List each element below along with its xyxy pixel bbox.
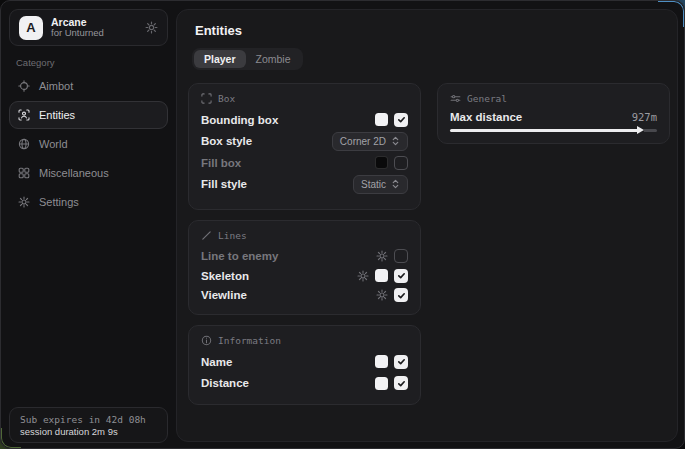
brand-subtitle: for Unturned <box>51 28 137 39</box>
sidebar-nav: Aimbot Entities <box>9 72 168 216</box>
box-style-select[interactable]: Corner 2D <box>332 132 408 151</box>
subscription-card: Sub expires in 42d 08h session duration … <box>9 407 168 443</box>
max-distance-row: Max distance 927m <box>450 109 657 124</box>
sidebar-item-aimbot[interactable]: Aimbot <box>9 72 168 100</box>
max-distance-slider-fill <box>450 129 638 132</box>
sidebar-item-world[interactable]: World <box>9 130 168 158</box>
general-card: General Max distance 927m <box>437 83 670 144</box>
main-panel: Entities Player Zombie Box Bounding box <box>176 9 678 442</box>
page-title: Entities <box>195 23 242 38</box>
arcane-logo: A <box>19 16 43 40</box>
distance-color-swatch[interactable] <box>375 377 388 390</box>
sidebar-item-label: Settings <box>39 196 79 208</box>
lines-card-title: Lines <box>218 230 247 241</box>
line-to-enemy-row: Line to enemy <box>201 246 408 266</box>
max-distance-slider-track <box>644 129 657 132</box>
tab-player[interactable]: Player <box>194 50 246 68</box>
app-window: A Arcane for Unturned Category <box>0 0 685 449</box>
name-label: Name <box>201 356 375 368</box>
gear-icon[interactable] <box>145 21 158 34</box>
info-icon <box>201 335 212 346</box>
lines-card: Lines Line to enemy Skeleton <box>188 220 421 315</box>
bounding-box-label: Bounding box <box>201 114 375 126</box>
fill-box-label: Fill box <box>201 157 375 169</box>
person-scan-icon <box>18 109 30 121</box>
gear-icon <box>18 196 30 208</box>
gear-icon[interactable] <box>357 270 369 282</box>
fill-box-color-swatch[interactable] <box>375 156 388 169</box>
general-card-header: General <box>450 93 657 104</box>
line-to-enemy-label: Line to enemy <box>201 250 376 262</box>
max-distance-label: Max distance <box>450 111 632 123</box>
brand-card: A Arcane for Unturned <box>9 9 168 46</box>
sidebar-item-label: Entities <box>39 109 75 121</box>
information-card-title: Information <box>218 335 281 346</box>
bounding-box-checkbox[interactable] <box>394 113 408 127</box>
name-color-swatch[interactable] <box>375 355 388 368</box>
distance-row: Distance <box>201 373 408 395</box>
skeleton-label: Skeleton <box>201 270 357 282</box>
general-card-title: General <box>467 93 507 104</box>
fill-style-select[interactable]: Static <box>353 175 408 194</box>
entity-tabs: Player Zombie <box>192 48 303 70</box>
viewline-row: Viewline <box>201 285 408 305</box>
box-style-label: Box style <box>201 135 332 147</box>
box-corners-icon <box>201 93 212 104</box>
fill-box-checkbox[interactable] <box>394 156 408 170</box>
diagonal-line-icon <box>201 230 212 241</box>
information-card-header: Information <box>201 335 408 346</box>
chevron-up-down-icon <box>391 136 400 146</box>
fill-style-row: Fill style Static <box>201 174 408 196</box>
sidebar-item-settings[interactable]: Settings <box>9 188 168 216</box>
sub-expires-text: Sub expires in 42d 08h <box>20 414 157 425</box>
fill-box-row: Fill box <box>201 152 408 174</box>
name-row: Name <box>201 351 408 373</box>
skeleton-checkbox[interactable] <box>394 269 408 283</box>
gear-icon[interactable] <box>376 250 388 262</box>
max-distance-slider-thumb[interactable] <box>637 126 644 134</box>
fill-style-label: Fill style <box>201 178 353 190</box>
distance-checkbox[interactable] <box>394 376 408 390</box>
grid-icon <box>18 167 30 179</box>
box-card: Box Bounding box Box style Corner 2D <box>188 83 421 210</box>
bounding-box-color-swatch[interactable] <box>375 113 388 126</box>
max-distance-slider[interactable] <box>450 126 657 134</box>
sidebar-item-label: World <box>39 138 68 150</box>
fill-style-value: Static <box>361 179 386 190</box>
viewline-checkbox[interactable] <box>394 288 408 302</box>
box-style-value: Corner 2D <box>340 136 386 147</box>
sliders-icon <box>450 93 461 104</box>
category-label: Category <box>16 57 55 68</box>
gear-icon[interactable] <box>376 289 388 301</box>
bounding-box-row: Bounding box <box>201 109 408 131</box>
lines-card-header: Lines <box>201 230 408 241</box>
sidebar-item-label: Aimbot <box>39 80 73 92</box>
brand-text: Arcane for Unturned <box>51 16 137 39</box>
chevron-up-down-icon <box>391 179 400 189</box>
name-checkbox[interactable] <box>394 355 408 369</box>
information-card: Information Name Distance <box>188 325 421 405</box>
box-card-title: Box <box>218 93 235 104</box>
sidebar-item-label: Miscellaneous <box>39 167 109 179</box>
sidebar: A Arcane for Unturned Category <box>1 1 176 448</box>
session-duration-text: session duration 2m 9s <box>20 426 157 437</box>
box-card-header: Box <box>201 93 408 104</box>
viewline-label: Viewline <box>201 289 376 301</box>
globe-icon <box>18 138 30 150</box>
sidebar-item-miscellaneous[interactable]: Miscellaneous <box>9 159 168 187</box>
skeleton-color-swatch[interactable] <box>375 269 388 282</box>
tab-zombie[interactable]: Zombie <box>246 50 301 68</box>
skeleton-row: Skeleton <box>201 266 408 286</box>
distance-label: Distance <box>201 377 375 389</box>
crosshair-icon <box>18 80 30 92</box>
sidebar-item-entities[interactable]: Entities <box>9 101 168 129</box>
max-distance-value: 927m <box>632 111 657 123</box>
box-style-row: Box style Corner 2D <box>201 131 408 153</box>
line-to-enemy-checkbox[interactable] <box>394 249 408 263</box>
